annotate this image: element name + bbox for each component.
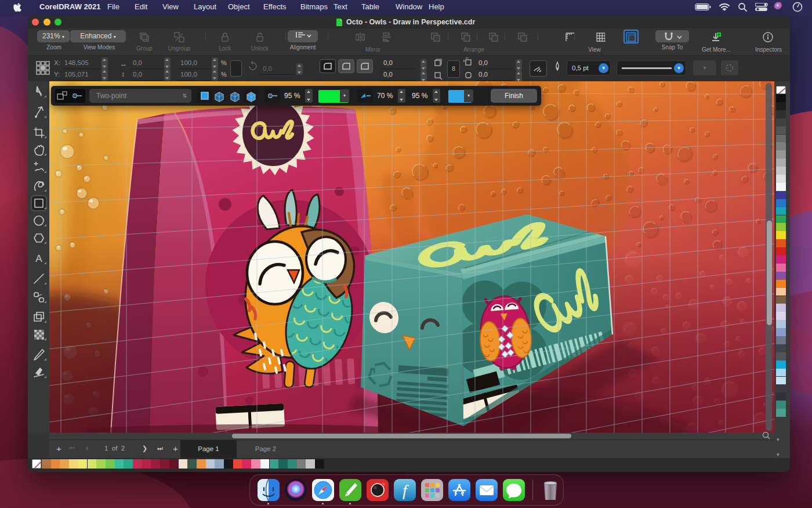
svg-text:A: A [35,253,42,264]
